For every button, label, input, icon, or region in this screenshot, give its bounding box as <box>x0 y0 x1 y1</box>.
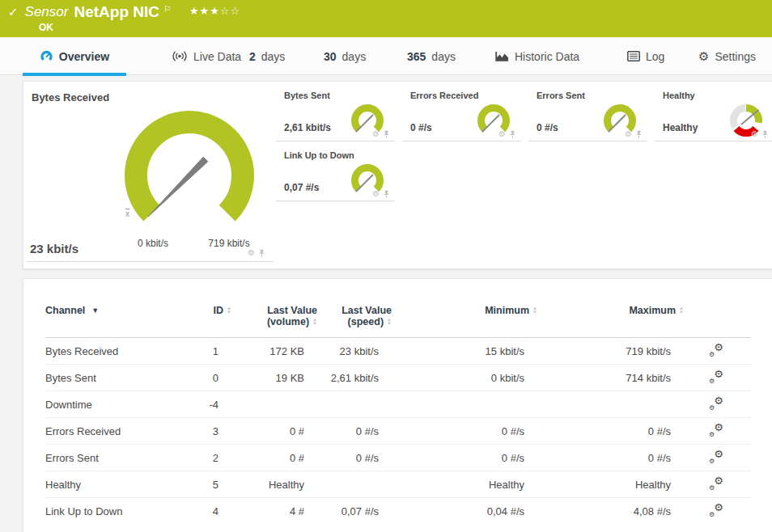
sensor-header: ✓ Sensor NetApp NIC ⚐ ★★★☆☆ OK <box>0 0 772 37</box>
column-header-minimum[interactable]: Minimum▲▼ <box>392 305 537 338</box>
pin-icon[interactable] <box>635 130 643 138</box>
gauge-settings-icon[interactable]: ⚙ <box>625 130 632 138</box>
last-volume-cell <box>231 391 317 418</box>
channel-name-cell: Errors Received <box>45 418 175 445</box>
historic-chart-icon <box>495 51 509 62</box>
maximum-cell: 0 #/s <box>537 445 684 471</box>
column-header-last-value-speed[interactable]: Last Value (speed)▲▼ <box>317 305 392 338</box>
tab-historic-data[interactable]: Historic Data <box>495 37 579 75</box>
sort-icon: ▲▼ <box>532 306 537 315</box>
object-type-label: Sensor <box>25 4 69 20</box>
pin-icon[interactable] <box>383 130 390 138</box>
last-speed-cell: 2,61 kbit/s <box>317 365 392 391</box>
gauge-settings-icon[interactable]: ⚙ <box>372 130 380 138</box>
gauge-settings-icon[interactable]: ⚙ <box>372 190 380 198</box>
column-header-id[interactable]: ID▲▼ <box>175 305 231 338</box>
minimum-cell: Healthy <box>392 471 537 498</box>
minimum-cell: 0 #/s <box>392 418 537 445</box>
channel-settings-icon[interactable]: ⚙⚙ <box>709 477 723 489</box>
tab-365-days-label: days <box>431 50 456 63</box>
tab-30-days[interactable]: 30 days <box>324 37 366 75</box>
tab-2-days[interactable]: 2 days <box>249 37 285 75</box>
pin-icon[interactable] <box>761 130 769 138</box>
tab-live-data[interactable]: Live Data <box>172 37 241 75</box>
tab-overview-label: Overview <box>59 50 109 63</box>
channel-name-cell: Healthy <box>45 471 175 498</box>
gauge-value: 0,07 #/s <box>284 182 319 193</box>
mean-marker: x <box>125 209 129 218</box>
sort-icon: ▲▼ <box>679 306 684 315</box>
channel-settings-icon[interactable]: ⚙⚙ <box>709 450 723 462</box>
column-header-maximum[interactable]: Maximum▲▼ <box>537 305 684 338</box>
minimum-cell: 0,04 #/s <box>392 498 537 525</box>
primary-gauge-title: Bytes Received <box>32 91 109 103</box>
status-badge: OK <box>39 22 53 33</box>
gauge-cell-errors-sent: Errors Sent 0 #/s ⚙ <box>528 82 647 141</box>
gauge-value: 0 #/s <box>410 122 432 133</box>
gauge-cell-link-up-to-down: Link Up to Down 0,07 #/s ⚙ <box>276 141 395 201</box>
tab-365-days-number: 365 <box>407 50 426 63</box>
channel-id-cell: 3 <box>175 418 231 445</box>
channel-settings-icon[interactable]: ⚙⚙ <box>709 504 723 516</box>
stars-filled[interactable]: ★★★ <box>189 5 220 17</box>
channel-id-cell: 5 <box>175 471 231 498</box>
gauge-title: Bytes Sent <box>284 91 330 100</box>
priority-stars[interactable]: ★★★☆☆ <box>189 5 240 17</box>
last-volume-cell: 19 KB <box>231 365 317 391</box>
gauge-cell-errors-received: Errors Received 0 #/s ⚙ <box>402 82 521 141</box>
last-speed-cell <box>317 391 392 418</box>
pin-icon[interactable] <box>258 249 265 257</box>
column-header-channel[interactable]: Channel▼ <box>45 305 175 338</box>
channel-name-cell: Errors Sent <box>45 445 175 471</box>
sort-desc-arrow-icon[interactable]: ▼ <box>91 306 99 315</box>
channel-id-cell: 0 <box>175 365 231 391</box>
gauge-value: 0 #/s <box>537 122 558 133</box>
tab-bar: Overview Live Data 2 days 30 days 365 da… <box>0 37 772 75</box>
tab-log[interactable]: Log <box>627 37 664 75</box>
maximum-cell: 714 kbit/s <box>537 365 684 391</box>
tab-2-days-number: 2 <box>249 50 256 63</box>
channels-panel: Channel▼ ID▲▼ Last Value (volume)▲▼ Last… <box>23 278 772 532</box>
gauge-min-label: 0 kbit/s <box>121 238 185 249</box>
gauge-settings-icon[interactable]: ⚙ <box>498 130 506 138</box>
sensor-title: NetApp NIC <box>74 3 159 21</box>
gauge-settings-icon[interactable]: ⚙ <box>248 249 255 257</box>
tab-overview[interactable]: Overview <box>23 37 126 75</box>
maximum-cell: Healthy <box>537 471 684 498</box>
table-row: Link Up to Down 4 4 # 0,07 #/s 0,04 #/s … <box>45 498 751 525</box>
last-speed-cell: 0 #/s <box>317 445 392 471</box>
sort-icon: ▲▼ <box>227 306 231 315</box>
tab-30-days-number: 30 <box>324 50 337 63</box>
stars-empty[interactable]: ☆☆ <box>220 5 240 17</box>
gauge-settings-icon[interactable]: ⚙ <box>751 130 758 138</box>
table-row: Errors Received 3 0 # 0 #/s 0 #/s 0 #/s … <box>45 418 751 445</box>
channel-settings-icon[interactable]: ⚙⚙ <box>709 344 723 356</box>
pin-icon[interactable] <box>509 130 516 138</box>
channel-id-cell: 2 <box>175 445 231 471</box>
tab-settings[interactable]: ⚙ Settings <box>698 37 756 75</box>
tab-live-data-label: Live Data <box>193 50 241 63</box>
tab-2-days-label: days <box>261 50 286 63</box>
channel-name-cell: Bytes Sent <box>45 365 175 391</box>
small-gauge-grid: Bytes Sent 2,61 kbit/s ⚙ Errors Received… <box>276 82 772 270</box>
gauge-value: Healthy <box>663 122 698 133</box>
table-row: Errors Sent 2 0 # 0 #/s 0 #/s 0 #/s ⚙⚙ <box>45 445 751 471</box>
column-header-last-value-volume[interactable]: Last Value (volume)▲▼ <box>231 305 317 338</box>
tab-30-days-label: days <box>342 50 367 63</box>
minimum-cell: 0 #/s <box>392 445 537 471</box>
channel-settings-icon[interactable]: ⚙⚙ <box>709 397 723 409</box>
maximum-cell: 0 #/s <box>537 418 684 445</box>
channel-settings-icon[interactable]: ⚙⚙ <box>709 370 723 382</box>
gauge-title: Errors Sent <box>537 91 585 100</box>
minimum-cell: 0 kbit/s <box>392 365 537 391</box>
channel-id-cell: 1 <box>175 338 231 365</box>
gauge-title: Link Up to Down <box>284 150 354 160</box>
last-speed-cell: 0 #/s <box>317 418 392 445</box>
channel-settings-icon[interactable]: ⚙⚙ <box>709 424 723 436</box>
column-header-actions <box>684 305 751 338</box>
tab-365-days[interactable]: 365 days <box>407 37 456 75</box>
last-speed-cell: 0,07 #/s <box>317 498 392 525</box>
pin-icon[interactable] <box>383 190 390 198</box>
tab-log-label: Log <box>646 50 664 63</box>
primary-gauge-value: 23 kbit/s <box>30 242 78 255</box>
